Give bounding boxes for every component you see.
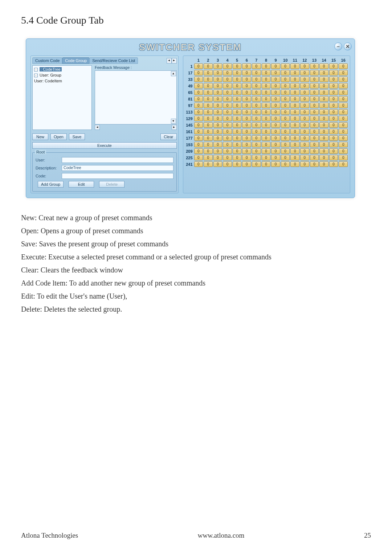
grid-cell[interactable]: 0 [233, 96, 242, 102]
grid-cell[interactable]: 0 [290, 161, 299, 167]
grid-cell[interactable]: 0 [271, 70, 280, 75]
grid-cell[interactable]: 0 [300, 116, 309, 121]
grid-cell[interactable]: 0 [262, 148, 271, 154]
grid-cell[interactable]: 0 [329, 142, 338, 147]
grid-cell[interactable]: 0 [262, 122, 271, 128]
grid-cell[interactable]: 0 [213, 122, 222, 128]
grid-cell[interactable]: 0 [281, 135, 290, 141]
grid-cell[interactable]: 0 [300, 70, 309, 75]
grid-cell[interactable]: 0 [300, 96, 309, 102]
grid-cell[interactable]: 0 [204, 96, 213, 102]
grid-cell[interactable]: 0 [242, 116, 251, 121]
grid-cell[interactable]: 0 [262, 96, 271, 102]
grid-cell[interactable]: 0 [262, 83, 271, 89]
grid-cell[interactable]: 0 [271, 109, 280, 115]
grid-cell[interactable]: 0 [252, 129, 261, 134]
grid-cell[interactable]: 0 [310, 96, 319, 102]
tab-scroll-right-icon[interactable]: ► [172, 58, 177, 63]
grid-cell[interactable]: 0 [252, 90, 261, 95]
grid-cell[interactable]: 0 [233, 83, 242, 89]
grid-cell[interactable]: 0 [223, 90, 232, 95]
grid-cell[interactable]: 0 [271, 90, 280, 95]
grid-cell[interactable]: 0 [319, 148, 328, 154]
grid-cell[interactable]: 0 [300, 161, 309, 167]
grid-cell[interactable]: 0 [242, 155, 251, 160]
grid-cell[interactable]: 0 [271, 63, 280, 69]
grid-cell[interactable]: 0 [213, 83, 222, 89]
grid-cell[interactable]: 0 [329, 129, 338, 134]
grid-cell[interactable]: 0 [194, 83, 203, 89]
grid-cell[interactable]: 0 [252, 116, 261, 121]
grid-cell[interactable]: 0 [329, 90, 338, 95]
grid-cell[interactable]: 0 [290, 83, 299, 89]
code-input[interactable] [62, 173, 173, 179]
close-button[interactable]: ✕ [344, 42, 352, 50]
grid-cell[interactable]: 0 [281, 116, 290, 121]
grid-cell[interactable]: 0 [339, 148, 348, 154]
grid-cell[interactable]: 0 [233, 70, 242, 75]
grid-cell[interactable]: 0 [242, 129, 251, 134]
grid-cell[interactable]: 0 [204, 109, 213, 115]
grid-cell[interactable]: 0 [329, 83, 338, 89]
grid-cell[interactable]: 0 [204, 129, 213, 134]
grid-cell[interactable]: 0 [290, 63, 299, 69]
grid-cell[interactable]: 0 [300, 122, 309, 128]
grid-cell[interactable]: 0 [223, 155, 232, 160]
grid-cell[interactable]: 0 [290, 90, 299, 95]
grid-cell[interactable]: 0 [262, 77, 271, 82]
grid-cell[interactable]: 0 [242, 63, 251, 69]
grid-cell[interactable]: 0 [242, 77, 251, 82]
grid-cell[interactable]: 0 [223, 70, 232, 75]
minimize-button[interactable]: – [334, 42, 342, 50]
grid-cell[interactable]: 0 [300, 63, 309, 69]
grid-cell[interactable]: 0 [242, 90, 251, 95]
grid-cell[interactable]: 0 [194, 161, 203, 167]
grid-cell[interactable]: 0 [262, 116, 271, 121]
grid-cell[interactable]: 0 [252, 63, 261, 69]
grid-cell[interactable]: 0 [310, 70, 319, 75]
clear-button[interactable]: Clear [160, 134, 176, 140]
grid-cell[interactable]: 0 [271, 96, 280, 102]
grid-cell[interactable]: 0 [290, 96, 299, 102]
tab-scroll-left-icon[interactable]: ◄ [167, 58, 172, 63]
grid-cell[interactable]: 0 [319, 142, 328, 147]
grid-cell[interactable]: 0 [339, 83, 348, 89]
grid-cell[interactable]: 0 [339, 77, 348, 82]
grid-cell[interactable]: 0 [194, 77, 203, 82]
grid-cell[interactable]: 0 [281, 77, 290, 82]
grid-cell[interactable]: 0 [223, 77, 232, 82]
grid-cell[interactable]: 0 [252, 148, 261, 154]
tree-root-label[interactable]: : CodeTree [40, 67, 62, 71]
grid-cell[interactable]: 0 [329, 155, 338, 160]
grid-cell[interactable]: 0 [233, 77, 242, 82]
code-tree[interactable]: - : CodeTree - User: Group User: CodeIte… [32, 65, 92, 130]
grid-cell[interactable]: 0 [329, 122, 338, 128]
grid-cell[interactable]: 0 [194, 63, 203, 69]
grid-cell[interactable]: 0 [271, 161, 280, 167]
grid-cell[interactable]: 0 [233, 122, 242, 128]
scroll-left-icon[interactable]: ◄ [95, 125, 100, 130]
grid-cell[interactable]: 0 [329, 148, 338, 154]
grid-cell[interactable]: 0 [290, 129, 299, 134]
grid-cell[interactable]: 0 [319, 63, 328, 69]
grid-cell[interactable]: 0 [194, 109, 203, 115]
grid-cell[interactable]: 0 [223, 103, 232, 108]
grid-cell[interactable]: 0 [204, 116, 213, 121]
grid-cell[interactable]: 0 [281, 155, 290, 160]
grid-cell[interactable]: 0 [319, 116, 328, 121]
grid-cell[interactable]: 0 [310, 142, 319, 147]
grid-cell[interactable]: 0 [329, 70, 338, 75]
tab-send-receive[interactable]: Send/Recieve Code List [89, 57, 138, 64]
grid-cell[interactable]: 0 [242, 109, 251, 115]
grid-cell[interactable]: 0 [204, 161, 213, 167]
grid-cell[interactable]: 0 [223, 142, 232, 147]
grid-cell[interactable]: 0 [300, 77, 309, 82]
grid-cell[interactable]: 0 [281, 83, 290, 89]
grid-cell[interactable]: 0 [271, 135, 280, 141]
description-input[interactable]: CodeTree [62, 165, 173, 171]
user-input[interactable] [62, 157, 173, 163]
grid-cell[interactable]: 0 [233, 90, 242, 95]
tab-custom-code[interactable]: Custom Code [32, 57, 62, 64]
grid-cell[interactable]: 0 [271, 122, 280, 128]
grid-cell[interactable]: 0 [319, 122, 328, 128]
